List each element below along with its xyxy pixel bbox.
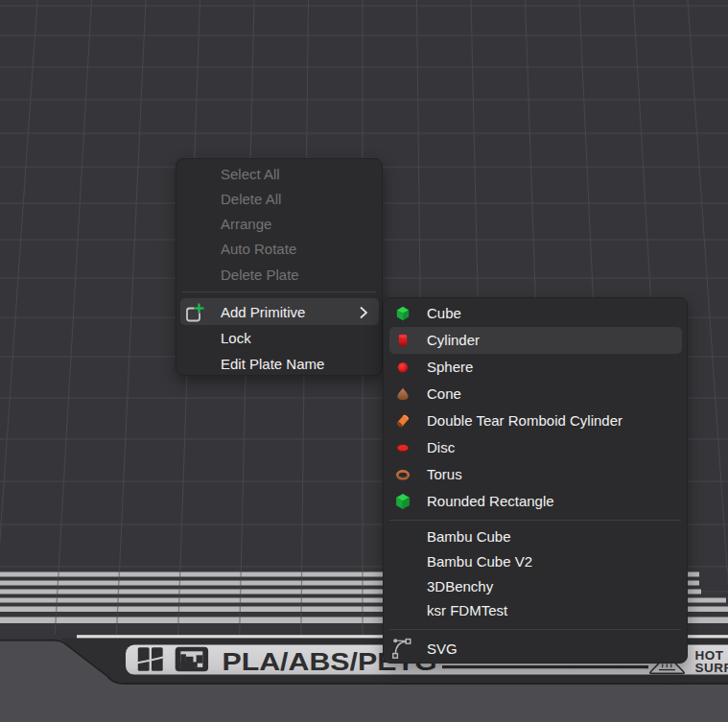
svg-text:SURFACE: SURFACE: [695, 661, 728, 675]
